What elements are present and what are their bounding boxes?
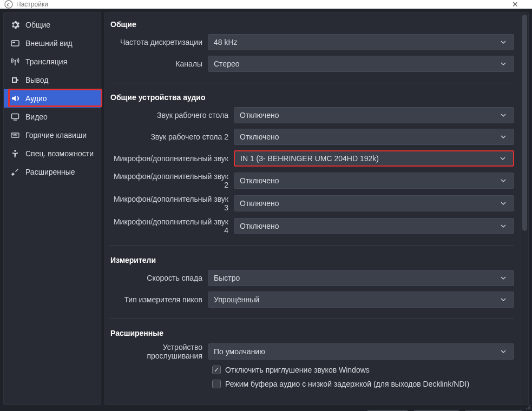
svg-rect-11 <box>17 134 18 135</box>
sidebar: Общие Внешний вид Трансляция Вывод Аудио <box>3 12 101 405</box>
svg-point-13 <box>14 150 16 152</box>
antenna-icon <box>10 57 20 67</box>
svg-rect-2 <box>12 42 15 43</box>
svg-point-18 <box>528 408 529 409</box>
sidebar-item-hotkeys[interactable]: Горячие клавиши <box>4 126 101 144</box>
svg-point-16 <box>529 408 530 409</box>
sidebar-item-stream[interactable]: Трансляция <box>4 52 101 71</box>
sidebar-item-label: Спец. возможности <box>25 149 94 158</box>
accessibility-icon <box>10 149 20 158</box>
svg-rect-7 <box>11 133 19 137</box>
select-decay-rate[interactable]: Быстро <box>208 270 514 286</box>
tools-icon <box>10 167 20 177</box>
svg-point-15 <box>529 407 530 408</box>
svg-rect-12 <box>13 136 17 137</box>
sidebar-item-label: Видео <box>25 112 48 121</box>
section-meters: Измерители Скорость спада Быстро Тип изм… <box>109 254 514 308</box>
section-advanced-title: Расширенные <box>109 327 514 343</box>
chevron-down-icon <box>498 200 508 207</box>
chevron-down-icon <box>498 134 508 140</box>
chevron-down-icon <box>498 177 508 184</box>
content-panel: Общие Частота дискретизации 48 kHz Канал… <box>104 12 529 405</box>
obs-icon <box>4 0 13 9</box>
label-desktop-audio-2: Звук рабочего стола 2 <box>109 132 234 141</box>
gear-icon <box>10 20 20 30</box>
sidebar-item-label: Вывод <box>25 76 48 84</box>
svg-rect-9 <box>14 134 15 135</box>
close-button[interactable]: ✕ <box>503 0 528 9</box>
label-low-latency: Режим буфера аудио с низкой задержкой (д… <box>225 380 469 388</box>
sidebar-item-video[interactable]: Видео <box>4 108 101 126</box>
sidebar-item-label: Общие <box>25 21 50 29</box>
select-desktop-audio[interactable]: Отключено <box>234 107 514 123</box>
chevron-down-icon <box>498 348 508 355</box>
sidebar-item-label: Горячие клавиши <box>25 131 87 140</box>
chevron-down-icon <box>498 61 508 67</box>
output-icon <box>10 75 20 85</box>
svg-rect-10 <box>15 134 16 135</box>
select-mic-aux-4[interactable]: Отключено <box>234 218 514 234</box>
sidebar-item-general[interactable]: Общие <box>4 16 101 34</box>
section-general: Общие Частота дискретизации 48 kHz Канал… <box>109 18 514 72</box>
keyboard-icon <box>10 130 20 140</box>
label-channels: Каналы <box>109 59 208 68</box>
label-desktop-audio: Звук рабочего стола <box>109 111 234 120</box>
svg-point-19 <box>526 408 527 409</box>
label-mic-aux-2: Микрофон/дополнительный звук 2 <box>109 172 234 189</box>
chevron-down-icon <box>498 112 508 118</box>
checkbox-disable-ducking[interactable] <box>212 366 221 374</box>
label-monitor-device: Устройство прослушивания <box>109 343 208 360</box>
monitor-icon <box>10 112 20 122</box>
sidebar-item-label: Трансляция <box>25 57 67 66</box>
speaker-icon <box>10 94 20 103</box>
settings-window: Настройки ✕ Общие Внешний вид Трансляция <box>0 0 532 411</box>
sidebar-item-label: Расширенные <box>25 168 75 176</box>
chevron-down-icon <box>498 39 508 45</box>
svg-point-17 <box>528 407 529 408</box>
chevron-down-icon <box>498 223 508 229</box>
select-mic-aux-2[interactable]: Отключено <box>234 173 514 189</box>
sidebar-item-advanced[interactable]: Расширенные <box>4 163 101 181</box>
sidebar-item-output[interactable]: Вывод <box>4 71 101 89</box>
resize-grip[interactable] <box>524 403 531 410</box>
client-area: Общие Внешний вид Трансляция Вывод Аудио <box>0 9 532 411</box>
chevron-down-icon <box>498 275 508 281</box>
select-mic-aux[interactable]: IN 1 (3- BEHRINGER UMC 204HD 192k) <box>234 150 514 167</box>
select-peak-type[interactable]: Упрощённый <box>208 291 514 308</box>
section-meters-title: Измерители <box>109 254 514 270</box>
select-sample-rate[interactable]: 48 kHz <box>208 34 514 50</box>
label-disable-ducking: Отключить приглушение звуков Windows <box>225 366 370 374</box>
label-mic-aux-4: Микрофон/дополнительный звук 4 <box>109 217 234 235</box>
label-decay-rate: Скорость спада <box>109 274 208 282</box>
dialog-button-bar: ОК Отмена Применить <box>0 405 532 411</box>
chevron-down-icon <box>498 296 508 303</box>
label-sample-rate: Частота дискретизации <box>109 38 208 47</box>
section-devices: Общие устройства аудио Звук рабочего сто… <box>109 91 514 235</box>
section-devices-title: Общие устройства аудио <box>109 91 514 107</box>
appearance-icon <box>10 38 20 48</box>
label-mic-aux: Микрофон/дополнительный звук <box>109 154 234 163</box>
select-channels[interactable]: Стерео <box>208 56 514 72</box>
title-bar: Настройки ✕ <box>0 0 532 9</box>
section-advanced: Расширенные Устройство прослушивания По … <box>109 327 514 388</box>
sidebar-item-label: Аудио <box>25 94 47 103</box>
select-monitor-device[interactable]: По умолчанию <box>208 343 514 360</box>
scrollbar-thumb[interactable] <box>522 15 527 231</box>
select-desktop-audio-2[interactable]: Отключено <box>234 129 514 145</box>
svg-point-0 <box>5 1 12 8</box>
scrollbar[interactable] <box>521 12 528 405</box>
select-mic-aux-3[interactable]: Отключено <box>234 195 514 211</box>
section-general-title: Общие <box>109 18 514 34</box>
svg-rect-5 <box>12 114 19 119</box>
window-title: Настройки <box>16 1 48 8</box>
chevron-down-icon <box>498 155 508 162</box>
sidebar-item-accessibility[interactable]: Спец. возможности <box>4 144 101 163</box>
sidebar-item-audio[interactable]: Аудио <box>4 89 101 108</box>
sidebar-item-appearance[interactable]: Внешний вид <box>4 34 101 52</box>
label-peak-type: Тип измерителя пиков <box>109 295 208 304</box>
label-mic-aux-3: Микрофон/дополнительный звук 3 <box>109 195 234 212</box>
svg-point-14 <box>529 405 530 406</box>
checkbox-low-latency[interactable] <box>212 380 221 388</box>
sidebar-item-label: Внешний вид <box>25 39 73 48</box>
svg-rect-8 <box>12 134 14 135</box>
